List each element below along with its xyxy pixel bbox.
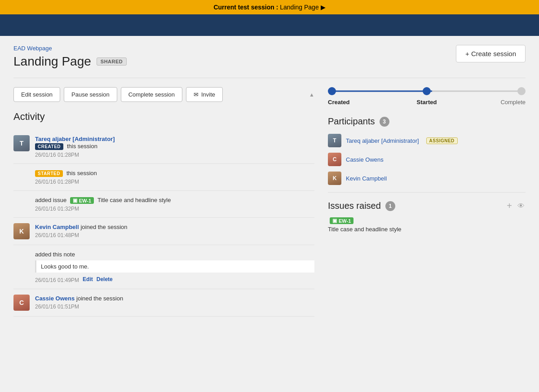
tracker-label-started: Started (394, 99, 460, 106)
note-content: Looks good to me. (35, 260, 314, 273)
view-issues-button[interactable]: 👁 (517, 200, 526, 212)
activity-item: T Tareq aljaber [Administrator] CREATED … (13, 130, 314, 164)
left-column: Edit session Pause session Complete sess… (13, 87, 314, 317)
section-divider (328, 192, 526, 193)
activity-item-started: STARTED this session 26/01/16 01:28PM (13, 164, 314, 191)
participant-link-kevin[interactable]: Kevin Campbell (346, 175, 387, 182)
session-actions: Edit session Pause session Complete sess… (13, 87, 314, 102)
participant-item-kevin: K Kevin Campbell (328, 172, 526, 185)
tracker-labels-row: Created Started Complete (328, 99, 526, 106)
top-banner: Current test session : Landing Page ▶ (0, 0, 539, 14)
note-footer: 26/01/16 01:49PM Edit Delete (35, 275, 314, 283)
user-link-kevin[interactable]: Kevin Campbell (35, 224, 79, 230)
participant-link-tareq[interactable]: Tareq aljaber [Administrator] (346, 137, 419, 144)
activity-content-cassie: Cassie Owens joined the session 26/01/16… (35, 295, 314, 311)
issues-raised-header: Issues raised 1 + 👁 (328, 200, 526, 212)
issue-tag-ew1-raised: ▣ EW-1 (330, 217, 353, 224)
activity-content: Tareq aljaber [Administrator] CREATED th… (35, 135, 314, 158)
pause-session-button[interactable]: Pause session (64, 87, 117, 102)
issue-tag-icon: ▣ (73, 198, 77, 203)
complete-session-button[interactable]: Complete session (121, 87, 182, 102)
tracker-dot-started (423, 87, 431, 95)
issue-description: Title case and headline style (328, 226, 526, 233)
edit-note-link[interactable]: Edit (83, 276, 93, 282)
activity-title: Activity (13, 111, 314, 123)
issue-icon: ▣ (332, 218, 337, 224)
banner-arrow: ▶ (321, 4, 326, 11)
badge-started: STARTED (35, 170, 63, 177)
added-note-text: added this note (35, 251, 75, 258)
right-column: Created Started Complete Participants 3 … (328, 87, 526, 317)
activity-content-kevin: Kevin Campbell joined the session 26/01/… (35, 223, 314, 239)
issues-actions: + 👁 (506, 200, 526, 212)
avatar-participant-tareq: T (328, 134, 341, 147)
delete-note-link[interactable]: Delete (97, 276, 113, 282)
activity-started-line: STARTED this session (35, 169, 314, 177)
banner-session-name: Landing Page (280, 4, 318, 11)
participants-title: Participants (328, 116, 375, 127)
activity-timestamp-note: 26/01/16 01:49PM (35, 277, 79, 283)
create-session-button[interactable]: + Create session (456, 45, 526, 62)
user-link-cassie[interactable]: Cassie Owens (35, 295, 75, 302)
shared-badge: SHARED (97, 57, 127, 66)
activity-timestamp-issue: 26/01/16 01:32PM (35, 206, 314, 212)
activity-action-line: CREATED this session (35, 142, 314, 150)
invite-button[interactable]: ✉ Invite (186, 87, 223, 102)
avatar-participant-kevin: K (328, 172, 341, 185)
tracker-label-complete: Complete (459, 99, 526, 106)
tracker-dot-complete (517, 87, 526, 95)
participant-item-cassie: C Cassie Owens (328, 153, 526, 166)
activity-timestamp-kevin: 26/01/16 01:48PM (35, 232, 314, 238)
tracker-label-created: Created (328, 99, 394, 106)
envelope-icon: ✉ (194, 91, 199, 98)
page-title: Landing Page (13, 54, 91, 69)
content-layout: Edit session Pause session Complete sess… (13, 87, 526, 317)
activity-timestamp-cassie: 26/01/16 01:51PM (35, 304, 314, 310)
add-issue-button[interactable]: + (506, 200, 513, 212)
kevin-action-text: joined the session (80, 224, 127, 230)
page-header-left: EAD Webpage Landing Page SHARED (13, 45, 127, 69)
activity-timestamp-started: 26/01/16 01:28PM (35, 179, 314, 185)
added-issue-text: added issue (35, 197, 68, 203)
activity-kevin-line: Kevin Campbell joined the session (35, 223, 314, 230)
tracker-dots-row (328, 87, 526, 95)
issues-raised-title: Issues raised (328, 201, 381, 211)
activity-item-kevin: K Kevin Campbell joined the session 26/0… (13, 218, 314, 245)
issue-item-title: ▣ EW-1 (328, 217, 526, 224)
cassie-action-text: joined the session (76, 295, 123, 302)
page-title-row: Landing Page SHARED (13, 54, 127, 69)
participants-count: 3 (380, 117, 389, 127)
breadcrumb[interactable]: EAD Webpage (13, 45, 127, 52)
main-container: EAD Webpage Landing Page SHARED + Create… (0, 36, 539, 392)
banner-prefix: Current test session : (213, 4, 280, 11)
activity-cassie-line: Cassie Owens joined the session (35, 295, 314, 302)
participants-header: Participants 3 (328, 116, 526, 127)
collapse-chevron-icon[interactable]: ▲ (309, 92, 314, 98)
tracker-dot-created (328, 87, 336, 95)
badge-created: CREATED (35, 143, 63, 150)
activity-item-issue: added issue ▣ EW-1 Title case and headli… (13, 191, 314, 218)
issue-tag-label: EW-1 (79, 198, 91, 203)
participant-item-tareq: T Tareq aljaber [Administrator] ASSIGNED (328, 134, 526, 147)
user-link-tareq[interactable]: Tareq aljaber [Administrator] (35, 136, 115, 142)
activity-timestamp: 26/01/16 01:28PM (35, 152, 314, 158)
started-text: this session (66, 170, 97, 176)
avatar-kevin: K (13, 223, 30, 239)
issue-tag-ew1: ▣ EW-1 (70, 197, 94, 204)
avatar-participant-cassie: C (328, 153, 341, 166)
page-header: EAD Webpage Landing Page SHARED + Create… (13, 45, 526, 78)
activity-item-note: added this note Looks good to me. 26/01/… (13, 245, 314, 289)
header-bar (0, 14, 539, 36)
avatar-cassie: C (13, 295, 30, 311)
issue-item-ew1: ▣ EW-1 Title case and headline style (328, 217, 526, 233)
tracker-line-fill (331, 91, 432, 92)
participant-link-cassie[interactable]: Cassie Owens (346, 156, 384, 163)
avatar: T (13, 135, 30, 151)
issue-tag-text: EW-1 (339, 218, 351, 224)
activity-user-line: Tareq aljaber [Administrator] (35, 135, 314, 142)
edit-session-button[interactable]: Edit session (13, 87, 60, 102)
assigned-badge: ASSIGNED (426, 137, 458, 144)
activity-action-text: this session (67, 143, 97, 150)
issues-count: 1 (385, 201, 395, 211)
added-note-line: added this note (35, 251, 314, 258)
